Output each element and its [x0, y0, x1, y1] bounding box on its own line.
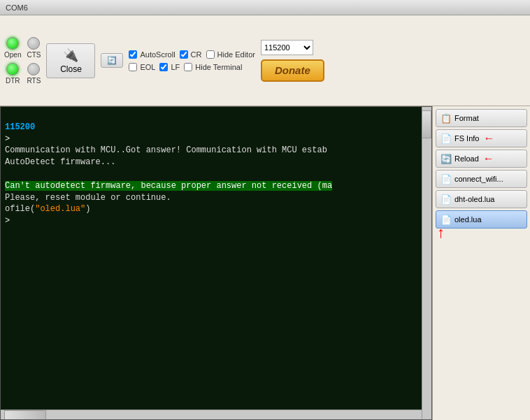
hide-editor-checkbox[interactable]	[206, 50, 215, 59]
open-led	[6, 37, 19, 50]
close-button[interactable]: 🔌 Close	[46, 43, 95, 78]
autoscroll-check-row: AutoScroll	[129, 50, 175, 59]
format-button[interactable]: 📋 Format	[436, 109, 527, 127]
baud-donate-col: 115200 9600 57600 Donate	[261, 40, 324, 82]
cr-check-row: CR	[180, 50, 202, 59]
open-button[interactable]: Open	[4, 37, 21, 59]
dtr-led	[6, 63, 19, 75]
hide-terminal-check-row: Hide Terminal	[184, 63, 242, 71]
terminal-scrollbar-thumb[interactable]	[422, 110, 431, 138]
hide-terminal-label: Hide Terminal	[195, 63, 242, 71]
open-label: Open	[4, 51, 21, 59]
led-col-2: CTS RTS	[27, 37, 41, 85]
baud-select[interactable]: 115200 9600 57600	[261, 40, 313, 55]
fs-info-arrow: ←	[483, 132, 494, 145]
autoscroll-checkbox[interactable]	[129, 50, 137, 59]
led-col-1: Open DTR	[4, 37, 21, 85]
close-label: Close	[60, 64, 82, 74]
oled-lua-label: oled.lua	[454, 215, 482, 224]
connect-wifi-icon: 📄	[441, 174, 452, 184]
rts-led	[27, 63, 40, 75]
lf-label: LF	[171, 63, 180, 71]
reload-icon: 🔄	[441, 154, 452, 164]
hide-terminal-checkbox[interactable]	[184, 63, 192, 71]
eol-checkbox[interactable]	[129, 63, 137, 71]
cts-label: CTS	[27, 51, 41, 59]
oled-lua-arrow: ↑	[437, 224, 445, 242]
cts-button[interactable]: CTS	[27, 37, 41, 59]
close-icon: 🔌	[63, 48, 78, 63]
format-label: Format	[454, 114, 479, 122]
cts-led	[27, 37, 40, 50]
right-panel: 📋 Format 📄 FS Info ← 🔄 Reload ← 📄 connec…	[432, 106, 530, 420]
reload-small-button[interactable]: 🔄	[101, 53, 123, 68]
cr-label: CR	[191, 50, 202, 59]
terminal-area[interactable]: 115200 > Communication with MCU..Got ans…	[0, 106, 432, 420]
lf-checkbox[interactable]	[159, 63, 168, 71]
reload-icon: 🔄	[107, 56, 117, 65]
oled-lua-button[interactable]: 📄 oled.lua	[436, 210, 527, 229]
terminal-text: 115200 > Communication with MCU..Got ans…	[1, 107, 431, 242]
fs-info-label: FS Info	[454, 134, 479, 143]
cr-checkbox[interactable]	[180, 50, 188, 59]
checkbox-row-1: AutoScroll CR Hide Editor	[129, 50, 255, 59]
terminal-hscrollbar[interactable]	[1, 410, 422, 419]
rts-label: RTS	[27, 77, 41, 85]
hide-editor-label: Hide Editor	[217, 50, 255, 59]
dht-oled-button[interactable]: 📄 dht-oled.lua	[436, 190, 527, 208]
dht-oled-label: dht-oled.lua	[454, 195, 495, 203]
eol-check-row: EOL	[129, 63, 155, 71]
terminal-scrollbar[interactable]	[422, 107, 431, 419]
format-icon: 📋	[441, 113, 452, 124]
dtr-label: DTR	[6, 77, 20, 85]
terminal-hscrollbar-thumb[interactable]	[4, 410, 46, 420]
toolbar: Open DTR CTS RTS 🔌 Close 🔄 AutoScroll	[0, 15, 530, 106]
connect-wifi-label: connect_wifi...	[454, 175, 503, 183]
fs-info-icon: 📄	[441, 133, 452, 144]
connect-wifi-button[interactable]: 📄 connect_wifi...	[436, 170, 527, 188]
lf-check-row: LF	[159, 63, 180, 71]
hide-editor-check-row: Hide Editor	[206, 50, 255, 59]
donate-button[interactable]: Donate	[261, 59, 324, 82]
eol-label: EOL	[140, 63, 155, 71]
autoscroll-label: AutoScroll	[140, 50, 175, 59]
checkbox-col: AutoScroll CR Hide Editor EOL LF Hi	[129, 50, 255, 71]
dht-oled-icon: 📄	[441, 194, 452, 205]
reload-label: Reload	[454, 154, 479, 163]
reload-arrow: ←	[483, 152, 494, 165]
title-bar-text: COM6	[6, 3, 28, 12]
dtr-button[interactable]: DTR	[4, 63, 21, 85]
fs-info-button[interactable]: 📄 FS Info ←	[436, 129, 527, 147]
reload-button[interactable]: 🔄 Reload ←	[436, 150, 527, 168]
title-bar: COM6	[0, 0, 530, 15]
checkbox-row-2: EOL LF Hide Terminal	[129, 63, 255, 71]
main-content: 115200 > Communication with MCU..Got ans…	[0, 106, 530, 420]
rts-button[interactable]: RTS	[27, 63, 41, 85]
